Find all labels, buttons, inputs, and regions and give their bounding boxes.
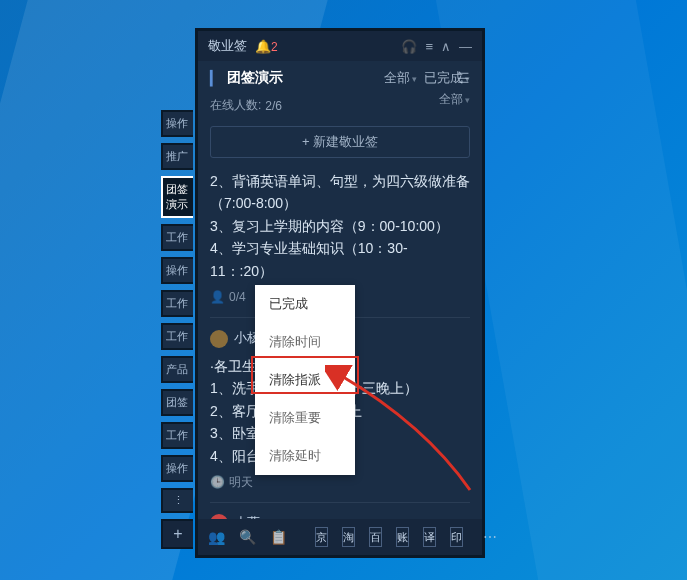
filter-all2[interactable]: 全部 (439, 92, 463, 106)
members-icon[interactable]: 👥 (208, 529, 225, 545)
tab-more[interactable]: ⋮ (161, 488, 193, 513)
tab-11[interactable]: 操作 (161, 455, 193, 482)
tab-4[interactable]: 工作 (161, 224, 193, 251)
note2-meta-text: 明天 (229, 473, 253, 492)
note1-line2: 3、复习上学期的内容（9：00-10:00） (210, 215, 470, 237)
titlebar: 敬业签 🔔2 🎧 ≡ ∧ — (198, 31, 482, 61)
tab-8[interactable]: 产品 (161, 356, 193, 383)
online-count: 2/6 (265, 99, 282, 113)
separator2 (210, 502, 470, 503)
footer-btn-2[interactable]: 淘 (342, 527, 355, 547)
footer-btn-3[interactable]: 百 (369, 527, 382, 547)
tab-5[interactable]: 操作 (161, 257, 193, 284)
ctx-done[interactable]: 已完成 (255, 285, 355, 323)
calendar-icon[interactable]: 📋 (270, 529, 287, 545)
footer-btn-6[interactable]: 印 (450, 527, 463, 547)
notif-count: 2 (271, 40, 278, 54)
person-icon: 👤 (210, 288, 225, 307)
ctx-clear-important[interactable]: 清除重要 (255, 399, 355, 437)
tab-active[interactable]: 团签演示 (161, 176, 193, 218)
footer-btn-4[interactable]: 账 (396, 527, 409, 547)
note1-line1: 2、背诵英语单词、句型，为四六级做准备（7:00-8:00） (210, 170, 470, 215)
up-icon[interactable]: ∧ (441, 39, 451, 54)
new-note-button[interactable]: + 新建敬业签 (210, 126, 470, 158)
tab-9[interactable]: 团签 (161, 389, 193, 416)
footer-btn-1[interactable]: 京 (315, 527, 328, 547)
tab-10[interactable]: 工作 (161, 422, 193, 449)
context-menu: 已完成 清除时间 清除指派 清除重要 清除延时 (255, 285, 355, 475)
note1-meta-text: 0/4 (229, 288, 246, 307)
avatar (210, 330, 228, 348)
note1-line3: 4、学习专业基础知识（10：30-11：:20） (210, 237, 470, 282)
ctx-clear-delay[interactable]: 清除延时 (255, 437, 355, 475)
filter-done[interactable]: 已完成 (424, 70, 463, 85)
search-icon[interactable]: 🔍 (239, 529, 256, 545)
note2-meta: 🕒明天 (210, 473, 470, 492)
tab-1[interactable]: 操作 (161, 110, 193, 137)
app-name: 敬业签 (208, 37, 247, 55)
headphone-icon[interactable]: 🎧 (401, 39, 417, 54)
tab-add[interactable]: + (161, 519, 193, 549)
filter-all[interactable]: 全部 (384, 70, 410, 85)
tab-7[interactable]: 工作 (161, 323, 193, 350)
footer: 👥 🔍 📋 京 淘 百 账 译 印 ⋯ (198, 519, 482, 555)
ctx-clear-assign[interactable]: 清除指派 (255, 361, 355, 399)
footer-btn-5[interactable]: 译 (423, 527, 436, 547)
tab-2[interactable]: 推广 (161, 143, 193, 170)
bell-icon[interactable]: 🔔2 (255, 39, 278, 54)
clock-icon: 🕒 (210, 473, 225, 492)
online-label: 在线人数: (210, 97, 261, 114)
ctx-clear-time[interactable]: 清除时间 (255, 323, 355, 361)
footer-more-icon[interactable]: ⋯ (483, 529, 497, 545)
minimize-icon[interactable]: — (459, 39, 472, 54)
board-bar: ▎ (210, 70, 221, 86)
menu-icon[interactable]: ≡ (425, 39, 433, 54)
side-tabs: 操作 推广 团签演示 工作 操作 工作 工作 产品 团签 工作 操作 ⋮ + (161, 110, 193, 549)
tab-6[interactable]: 工作 (161, 290, 193, 317)
